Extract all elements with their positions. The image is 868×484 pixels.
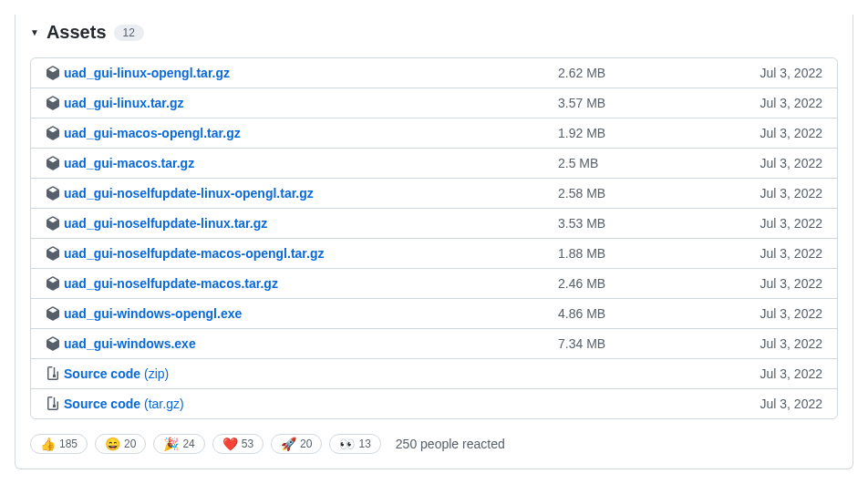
asset-name-label: uad_gui-noselfupdate-linux.tar.gz bbox=[64, 216, 267, 231]
assets-title: Assets bbox=[46, 22, 107, 43]
reaction-emoji: 😄 bbox=[105, 437, 120, 451]
package-icon bbox=[46, 66, 60, 80]
package-icon bbox=[46, 96, 60, 110]
reaction-count: 20 bbox=[300, 438, 312, 450]
asset-date: Jul 3, 2022 bbox=[740, 366, 822, 381]
asset-date: Jul 3, 2022 bbox=[740, 336, 822, 351]
reaction-button[interactable]: 🎉24 bbox=[153, 434, 204, 454]
asset-link[interactable]: uad_gui-linux-opengl.tar.gz bbox=[46, 66, 558, 80]
asset-link[interactable]: uad_gui-noselfupdate-macos-opengl.tar.gz bbox=[46, 246, 558, 261]
asset-link[interactable]: Source code (tar.gz) bbox=[46, 396, 558, 411]
asset-row: uad_gui-windows.exe7.34 MBJul 3, 2022 bbox=[31, 329, 837, 359]
asset-size: 3.57 MB bbox=[558, 96, 740, 110]
reaction-button[interactable]: 👍185 bbox=[30, 434, 88, 454]
asset-date: Jul 3, 2022 bbox=[740, 216, 822, 231]
reaction-button[interactable]: 🚀20 bbox=[271, 434, 322, 454]
reaction-count: 185 bbox=[59, 438, 78, 450]
asset-date: Jul 3, 2022 bbox=[740, 66, 822, 80]
asset-link[interactable]: uad_gui-linux.tar.gz bbox=[46, 96, 558, 110]
asset-name-label: Source code bbox=[64, 396, 140, 411]
asset-link[interactable]: uad_gui-macos-opengl.tar.gz bbox=[46, 126, 558, 140]
asset-link[interactable]: uad_gui-windows-opengl.exe bbox=[46, 306, 558, 321]
asset-date: Jul 3, 2022 bbox=[740, 126, 822, 140]
asset-row: uad_gui-linux.tar.gz3.57 MBJul 3, 2022 bbox=[31, 88, 837, 118]
reaction-count: 24 bbox=[182, 438, 194, 450]
asset-date: Jul 3, 2022 bbox=[740, 396, 822, 411]
asset-name-suffix: (zip) bbox=[144, 366, 169, 381]
reaction-count: 13 bbox=[358, 438, 370, 450]
asset-name-label: uad_gui-noselfupdate-macos.tar.gz bbox=[64, 276, 278, 291]
package-icon bbox=[46, 276, 60, 291]
asset-size: 4.86 MB bbox=[558, 306, 740, 321]
reaction-count: 20 bbox=[124, 438, 136, 450]
asset-name-label: uad_gui-windows-opengl.exe bbox=[64, 306, 242, 321]
asset-size: 3.53 MB bbox=[558, 216, 740, 231]
reaction-count: 53 bbox=[242, 438, 253, 450]
asset-row: Source code (tar.gz)Jul 3, 2022 bbox=[31, 389, 837, 418]
reaction-emoji: 👀 bbox=[339, 437, 355, 451]
asset-link[interactable]: uad_gui-noselfupdate-macos.tar.gz bbox=[46, 276, 558, 291]
reaction-button[interactable]: ❤️53 bbox=[212, 434, 264, 454]
package-icon bbox=[46, 246, 60, 261]
package-icon bbox=[46, 156, 60, 170]
reaction-emoji: 🚀 bbox=[281, 437, 296, 451]
asset-size: 2.5 MB bbox=[558, 156, 740, 170]
asset-name-label: uad_gui-macos-opengl.tar.gz bbox=[64, 126, 241, 140]
asset-link[interactable]: uad_gui-noselfupdate-linux-opengl.tar.gz bbox=[46, 186, 558, 201]
reaction-summary: 250 people reacted bbox=[396, 437, 505, 451]
asset-row: uad_gui-noselfupdate-macos.tar.gz2.46 MB… bbox=[31, 269, 837, 299]
asset-name-label: uad_gui-windows.exe bbox=[64, 336, 196, 351]
asset-date: Jul 3, 2022 bbox=[740, 306, 822, 321]
asset-name-label: uad_gui-noselfupdate-linux-opengl.tar.gz bbox=[64, 186, 314, 201]
asset-link[interactable]: uad_gui-macos.tar.gz bbox=[46, 156, 558, 170]
release-assets-container: ▼ Assets 12 uad_gui-linux-opengl.tar.gz2… bbox=[15, 15, 853, 469]
assets-count-badge: 12 bbox=[114, 25, 144, 41]
package-icon bbox=[46, 306, 60, 321]
file-zip-icon bbox=[46, 366, 60, 381]
package-icon bbox=[46, 216, 60, 231]
asset-size: 2.58 MB bbox=[558, 186, 740, 201]
reaction-button[interactable]: 😄20 bbox=[95, 434, 146, 454]
asset-size: 2.46 MB bbox=[558, 276, 740, 291]
asset-link[interactable]: Source code (zip) bbox=[46, 366, 558, 381]
asset-name-label: uad_gui-linux.tar.gz bbox=[64, 96, 183, 110]
package-icon bbox=[46, 336, 60, 351]
asset-row: uad_gui-macos.tar.gz2.5 MBJul 3, 2022 bbox=[31, 149, 837, 179]
asset-row: uad_gui-linux-opengl.tar.gz2.62 MBJul 3,… bbox=[31, 58, 837, 88]
asset-date: Jul 3, 2022 bbox=[740, 156, 822, 170]
asset-size: 2.62 MB bbox=[558, 66, 740, 80]
asset-date: Jul 3, 2022 bbox=[740, 276, 822, 291]
reaction-emoji: 👍 bbox=[40, 437, 56, 451]
reaction-button[interactable]: 👀13 bbox=[329, 434, 380, 454]
asset-name-label: uad_gui-macos.tar.gz bbox=[64, 156, 194, 170]
asset-row: uad_gui-windows-opengl.exe4.86 MBJul 3, … bbox=[31, 299, 837, 329]
assets-header-toggle[interactable]: ▼ Assets 12 bbox=[30, 15, 838, 57]
asset-name-label: uad_gui-linux-opengl.tar.gz bbox=[64, 66, 230, 80]
reactions-bar: 👍185😄20🎉24❤️53🚀20👀13250 people reacted bbox=[30, 434, 838, 454]
reaction-emoji: 🎉 bbox=[163, 437, 179, 451]
asset-row: uad_gui-noselfupdate-macos-opengl.tar.gz… bbox=[31, 239, 837, 269]
asset-row: uad_gui-noselfupdate-linux.tar.gz3.53 MB… bbox=[31, 209, 837, 239]
asset-link[interactable]: uad_gui-noselfupdate-linux.tar.gz bbox=[46, 216, 558, 231]
asset-row: uad_gui-noselfupdate-linux-opengl.tar.gz… bbox=[31, 179, 837, 209]
asset-name-label: uad_gui-noselfupdate-macos-opengl.tar.gz bbox=[64, 246, 324, 261]
asset-name-label: Source code bbox=[64, 366, 140, 381]
asset-date: Jul 3, 2022 bbox=[740, 96, 822, 110]
assets-table: uad_gui-linux-opengl.tar.gz2.62 MBJul 3,… bbox=[30, 57, 838, 419]
package-icon bbox=[46, 126, 60, 140]
package-icon bbox=[46, 186, 60, 201]
caret-down-icon: ▼ bbox=[30, 27, 39, 37]
asset-row: Source code (zip)Jul 3, 2022 bbox=[31, 359, 837, 389]
file-zip-icon bbox=[46, 396, 60, 411]
asset-date: Jul 3, 2022 bbox=[740, 246, 822, 261]
asset-size: 7.34 MB bbox=[558, 336, 740, 351]
asset-date: Jul 3, 2022 bbox=[740, 186, 822, 201]
asset-name-suffix: (tar.gz) bbox=[144, 396, 184, 411]
reaction-emoji: ❤️ bbox=[222, 437, 238, 451]
asset-row: uad_gui-macos-opengl.tar.gz1.92 MBJul 3,… bbox=[31, 118, 837, 149]
asset-size: 1.92 MB bbox=[558, 126, 740, 140]
asset-size: 1.88 MB bbox=[558, 246, 740, 261]
asset-link[interactable]: uad_gui-windows.exe bbox=[46, 336, 558, 351]
